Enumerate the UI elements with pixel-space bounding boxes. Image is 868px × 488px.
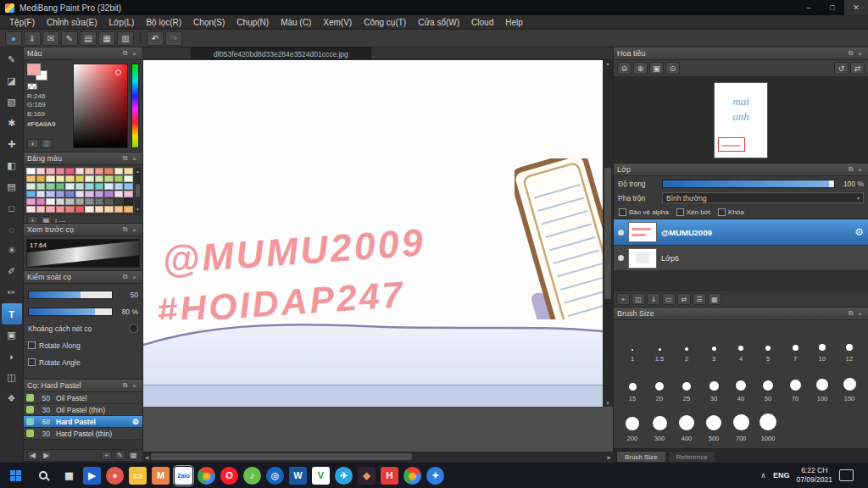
brush-size-option[interactable]: 25: [673, 364, 700, 402]
close-panel-icon[interactable]: ×: [130, 50, 139, 58]
palette-swatch[interactable]: [26, 191, 36, 197]
palette-swatch[interactable]: [85, 168, 94, 175]
eraser-tool[interactable]: ◪: [2, 70, 22, 92]
edit-brush-icon[interactable]: ✎: [114, 451, 125, 460]
rotate-reset-icon[interactable]: ↺: [834, 62, 849, 75]
brush-list-item[interactable]: 50 Oil Pastel: [24, 392, 142, 404]
color-wheel-icon[interactable]: ◐: [27, 139, 39, 148]
rotate-along-checkbox[interactable]: [28, 341, 36, 349]
layer-option[interactable]: Bảo vệ alpha: [619, 208, 669, 216]
redo-button[interactable]: ↷: [165, 31, 182, 46]
close-panel-icon[interactable]: ×: [130, 274, 139, 281]
palette-swatch[interactable]: [124, 191, 133, 197]
rect-brush-tool[interactable]: ▧: [2, 92, 22, 113]
brush-spacing-dial[interactable]: [129, 324, 138, 333]
vertical-scrollbar[interactable]: ▲ ▼: [603, 60, 613, 407]
palette-swatch[interactable]: [56, 191, 65, 197]
brush-size-option[interactable]: 12: [836, 324, 863, 363]
tab-brush-size[interactable]: Brush Size: [616, 451, 666, 462]
duplicate-layer-icon[interactable]: ◫: [632, 293, 645, 305]
popout-icon[interactable]: ⧉: [846, 49, 855, 58]
palette-swatch[interactable]: [46, 168, 55, 175]
brush-size-option[interactable]: 15: [619, 364, 646, 402]
horizontal-scrollbar[interactable]: ◀ ▶: [143, 452, 613, 462]
layer-visibility-icon[interactable]: [618, 255, 624, 261]
palette-swatch[interactable]: [46, 175, 55, 182]
menu-item[interactable]: Tệp(F): [3, 15, 41, 29]
palette-swatch[interactable]: [26, 183, 36, 190]
brush-size-option[interactable]: 10: [809, 324, 836, 363]
select-pen-tool[interactable]: ✐: [2, 261, 22, 282]
brush-size-option[interactable]: 500: [700, 404, 727, 442]
palette-swatch[interactable]: [36, 175, 46, 182]
palette-swatch[interactable]: [85, 191, 94, 197]
palette-swatch[interactable]: [36, 206, 46, 213]
material-icon[interactable]: ▥: [117, 31, 134, 46]
popout-icon[interactable]: ⧉: [846, 165, 855, 174]
grid-icon[interactable]: ▦: [98, 31, 115, 46]
artboard[interactable]: @MUMU2009 #HOIDAP247: [143, 60, 603, 407]
palette-swatch[interactable]: [85, 183, 94, 190]
brush-size-option[interactable]: 30: [700, 364, 727, 402]
brush-settings-icon[interactable]: ⚙: [132, 418, 139, 426]
palette-swatch[interactable]: [104, 183, 114, 190]
brush-size-option[interactable]: 70: [782, 364, 809, 402]
brush-size-option[interactable]: 150: [836, 364, 863, 402]
magic-wand-tool[interactable]: ✳: [2, 240, 22, 261]
close-panel-icon[interactable]: ×: [130, 155, 139, 163]
fit-screen-icon[interactable]: ▣: [649, 62, 664, 75]
medibang-app-icon[interactable]: M: [149, 463, 172, 488]
scroll-thumb[interactable]: [136, 184, 140, 197]
palette-swatch[interactable]: [26, 175, 36, 182]
menu-item[interactable]: Chụp(N): [231, 15, 275, 29]
checkbox[interactable]: [676, 208, 684, 216]
palette-swatch[interactable]: [114, 168, 124, 175]
palette-swatch[interactable]: [46, 191, 55, 197]
menu-item[interactable]: Cửa sổ(W): [412, 15, 465, 29]
palette-swatch[interactable]: [85, 206, 94, 213]
palette-swatch[interactable]: [36, 198, 46, 205]
palette-swatch[interactable]: [95, 206, 104, 213]
palette-swatch[interactable]: [65, 191, 75, 197]
scroll-down-icon[interactable]: ▼: [136, 207, 140, 212]
palette-swatch[interactable]: [104, 175, 114, 182]
brush-size-option[interactable]: 400: [673, 404, 700, 442]
palette-swatch[interactable]: [26, 168, 36, 175]
checkbox[interactable]: [619, 208, 626, 216]
palette-swatch[interactable]: [75, 168, 85, 175]
menu-item[interactable]: Chỉnh sửa(E): [41, 15, 103, 29]
show-hidden-icons-chevron[interactable]: ∧: [760, 471, 766, 480]
close-panel-icon[interactable]: ×: [855, 50, 865, 58]
saturation-value-picker[interactable]: [73, 64, 128, 148]
palette-swatch[interactable]: [124, 183, 133, 190]
add-swatch-icon[interactable]: +: [27, 216, 38, 224]
palette-swatch[interactable]: [114, 183, 124, 190]
palette-swatch[interactable]: [36, 168, 46, 175]
brush-list-item[interactable]: 30 Hard Pastel (thin): [24, 428, 142, 440]
browser-compass-icon[interactable]: ✦: [424, 463, 447, 488]
tab-reference[interactable]: Reference: [668, 451, 716, 462]
palette-swatch[interactable]: [56, 206, 65, 213]
smudge-tool[interactable]: ✱: [2, 113, 22, 134]
scroll-up-icon[interactable]: ▲: [605, 61, 610, 66]
flip-horizontal-icon[interactable]: ⇄: [850, 62, 865, 75]
zoom-out-icon[interactable]: ⊖: [617, 62, 632, 75]
comment-icon[interactable]: ✉: [42, 31, 59, 46]
brush-size-option[interactable]: 50: [754, 364, 782, 402]
palette-swatch[interactable]: [124, 175, 133, 182]
layer-visibility-icon[interactable]: [618, 230, 624, 236]
minimize-button[interactable]: –: [797, 0, 821, 15]
move-tool[interactable]: ✚: [2, 134, 22, 155]
blend-mode-select[interactable]: Bình thường ▾: [662, 192, 864, 203]
red-circle-app-icon[interactable]: ●: [103, 463, 126, 488]
palette-swatch[interactable]: [26, 206, 36, 213]
zing-app-icon[interactable]: ♪: [241, 463, 264, 488]
layer-row[interactable]: Lớp6: [614, 245, 868, 270]
brush-size-option[interactable]: 3: [700, 324, 727, 363]
lasso-tool[interactable]: ◌: [2, 219, 22, 240]
palette-swatch[interactable]: [85, 175, 94, 182]
menu-item[interactable]: Help: [499, 15, 529, 29]
chrome-icon-2[interactable]: ◉: [401, 463, 424, 488]
palette-swatch[interactable]: [114, 175, 124, 182]
palette-swatch[interactable]: [95, 198, 104, 205]
